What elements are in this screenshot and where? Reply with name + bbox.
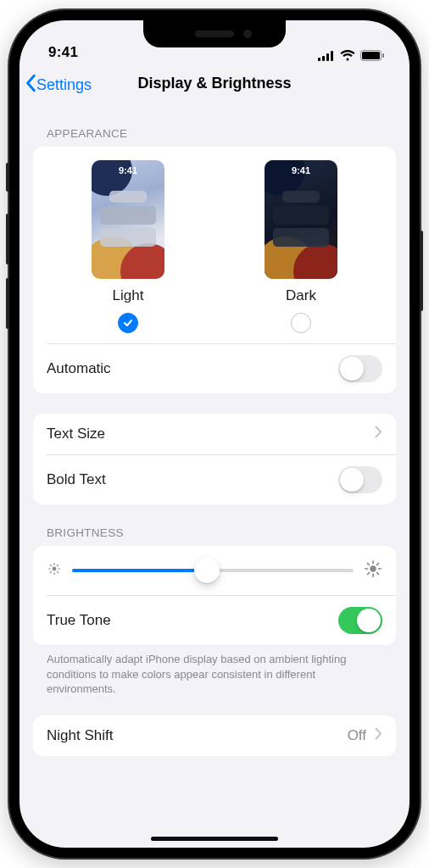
notch bbox=[143, 20, 286, 47]
dark-label: Dark bbox=[286, 287, 316, 304]
svg-line-15 bbox=[57, 565, 58, 566]
night-shift-row[interactable]: Night Shift Off bbox=[33, 715, 396, 756]
chevron-right-icon bbox=[375, 426, 382, 442]
preview-clock: 9:41 bbox=[265, 165, 337, 175]
svg-line-13 bbox=[57, 571, 58, 572]
preview-clock: 9:41 bbox=[92, 165, 164, 175]
night-shift-card: Night Shift Off bbox=[33, 715, 396, 756]
svg-rect-3 bbox=[331, 51, 333, 61]
light-radio[interactable] bbox=[118, 313, 138, 333]
text-size-label: Text Size bbox=[47, 426, 105, 442]
svg-rect-2 bbox=[326, 53, 329, 61]
night-shift-label: Night Shift bbox=[47, 727, 113, 744]
back-label: Settings bbox=[36, 76, 92, 94]
automatic-label: Automatic bbox=[47, 360, 111, 377]
bold-text-switch[interactable] bbox=[338, 466, 382, 493]
svg-line-24 bbox=[377, 563, 379, 565]
status-time: 9:41 bbox=[48, 44, 78, 61]
svg-line-14 bbox=[51, 571, 52, 572]
bold-text-row: Bold Text bbox=[33, 455, 396, 504]
text-card: Text Size Bold Text bbox=[33, 414, 396, 504]
svg-rect-6 bbox=[382, 53, 384, 58]
brightness-slider-row bbox=[33, 546, 396, 595]
appearance-card: 9:41 Light 9:41 bbox=[33, 147, 396, 393]
nav-header: Settings Display & Brightness bbox=[20, 64, 410, 105]
dark-preview-thumb: 9:41 bbox=[265, 160, 337, 279]
svg-line-22 bbox=[377, 573, 379, 575]
chevron-left-icon bbox=[25, 74, 36, 97]
phone-frame: 9:41 Settings Display & Br bbox=[9, 10, 420, 858]
sun-low-icon bbox=[47, 561, 62, 580]
bold-text-label: Bold Text bbox=[47, 471, 106, 488]
chevron-right-icon bbox=[375, 727, 382, 744]
section-header-appearance: APPEARANCE bbox=[33, 105, 396, 147]
night-shift-value: Off bbox=[348, 727, 366, 744]
svg-rect-1 bbox=[322, 56, 325, 61]
status-icons bbox=[318, 50, 384, 61]
brightness-slider[interactable] bbox=[72, 569, 354, 572]
cellular-icon bbox=[318, 51, 335, 61]
slider-thumb[interactable] bbox=[194, 558, 220, 583]
automatic-row: Automatic bbox=[33, 344, 396, 393]
home-indicator bbox=[151, 837, 278, 841]
svg-point-16 bbox=[370, 565, 376, 571]
svg-line-21 bbox=[367, 563, 369, 565]
section-header-brightness: BRIGHTNESS bbox=[33, 504, 396, 546]
true-tone-switch[interactable] bbox=[338, 607, 382, 634]
true-tone-footer: Automatically adapt iPhone display based… bbox=[33, 645, 396, 697]
brightness-card: True Tone bbox=[33, 546, 396, 645]
page-title: Display & Brightness bbox=[137, 75, 291, 92]
svg-point-7 bbox=[53, 567, 57, 571]
screen: 9:41 Settings Display & Br bbox=[20, 20, 410, 848]
light-preview-thumb: 9:41 bbox=[92, 160, 164, 279]
light-label: Light bbox=[113, 287, 144, 304]
sun-high-icon bbox=[364, 559, 382, 581]
automatic-switch[interactable] bbox=[338, 355, 382, 382]
appearance-mode-dark[interactable]: 9:41 Dark bbox=[265, 160, 337, 333]
text-size-row[interactable]: Text Size bbox=[33, 414, 396, 454]
true-tone-row: True Tone bbox=[33, 596, 396, 645]
svg-line-12 bbox=[51, 565, 52, 566]
back-button[interactable]: Settings bbox=[25, 74, 92, 97]
svg-line-23 bbox=[367, 573, 369, 575]
wifi-icon bbox=[340, 50, 355, 61]
svg-rect-5 bbox=[362, 52, 380, 59]
dark-radio[interactable] bbox=[291, 313, 311, 333]
check-icon bbox=[122, 317, 134, 329]
appearance-mode-light[interactable]: 9:41 Light bbox=[92, 160, 164, 333]
true-tone-label: True Tone bbox=[47, 612, 111, 629]
svg-rect-0 bbox=[318, 58, 320, 61]
battery-icon bbox=[360, 50, 384, 61]
